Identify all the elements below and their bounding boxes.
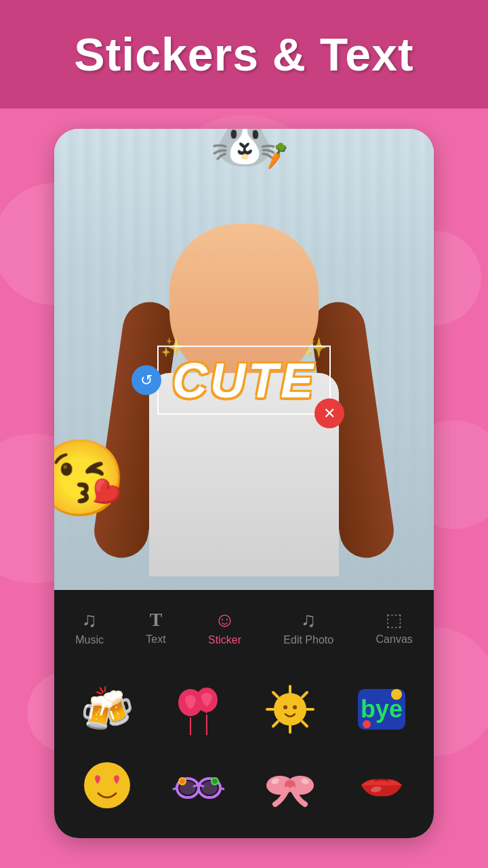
svg-line-36 bbox=[173, 788, 177, 789]
sticker-label: Sticker bbox=[208, 634, 241, 646]
canvas-icon: ⬚ bbox=[386, 610, 403, 631]
svg-point-26 bbox=[84, 762, 130, 808]
sticker-beer[interactable]: 🍻 bbox=[70, 675, 144, 743]
text-overlay-container[interactable]: ↺ CUTE ✕ bbox=[157, 346, 331, 415]
kiss-emoji-sticker[interactable]: 😘 bbox=[54, 435, 127, 522]
app-header: Stickers & Text bbox=[0, 0, 488, 108]
svg-point-21 bbox=[293, 705, 297, 709]
close-text-button[interactable]: ✕ bbox=[314, 399, 344, 429]
sticker-sun[interactable] bbox=[253, 675, 327, 743]
toolbar: ♫ Music T Text ☺ Sticker ♫ Edit Photo ⬚ … bbox=[54, 590, 434, 665]
svg-point-20 bbox=[283, 705, 287, 709]
sticker-bye[interactable]: bye bbox=[344, 675, 419, 743]
svg-line-18 bbox=[302, 692, 307, 697]
toolbar-item-sticker[interactable]: ☺ Sticker bbox=[208, 608, 241, 646]
sticker-panel: 🍻 bbox=[54, 665, 434, 838]
sticker-row-2 bbox=[61, 751, 427, 819]
svg-point-25 bbox=[363, 720, 371, 728]
music-icon: ♫ bbox=[82, 608, 98, 631]
sticker-icon: ☺ bbox=[214, 608, 235, 631]
toolbar-item-music[interactable]: ♫ Music bbox=[75, 608, 104, 646]
header-title: Stickers & Text bbox=[74, 28, 413, 81]
svg-line-19 bbox=[273, 722, 278, 726]
sticker-lips[interactable] bbox=[344, 751, 419, 819]
svg-point-24 bbox=[391, 689, 402, 700]
svg-point-33 bbox=[180, 778, 185, 784]
sticker-bow[interactable] bbox=[253, 751, 327, 819]
cute-text: CUTE bbox=[172, 353, 316, 408]
toolbar-item-edit-photo[interactable]: ♫ Edit Photo bbox=[283, 608, 333, 646]
sticker-heart-balloons[interactable] bbox=[161, 675, 236, 743]
text-label: Text bbox=[146, 633, 165, 646]
sticker-row-1: 🍻 bbox=[61, 675, 427, 743]
toolbar-item-text[interactable]: T Text bbox=[146, 609, 165, 646]
phone-mockup: 🐰 🥕 ✨ ✨ ↺ CUTE ✕ 😘 ♫ Music T Text ☺ Stic… bbox=[54, 129, 434, 838]
photo-canvas: 🐰 🥕 ✨ ✨ ↺ CUTE ✕ 😘 bbox=[54, 129, 434, 590]
svg-line-17 bbox=[302, 722, 307, 726]
rotate-handle[interactable]: ↺ bbox=[131, 366, 161, 395]
music-label: Music bbox=[75, 634, 104, 646]
canvas-label: Canvas bbox=[376, 633, 413, 646]
sticker-party-glasses[interactable] bbox=[161, 751, 236, 819]
edit-photo-icon: ♫ bbox=[301, 608, 317, 631]
sticker-heart-eyes[interactable] bbox=[70, 751, 144, 819]
svg-line-16 bbox=[273, 692, 278, 697]
svg-point-35 bbox=[212, 778, 218, 784]
text-icon: T bbox=[150, 609, 163, 631]
toolbar-item-canvas[interactable]: ⬚ Canvas bbox=[376, 610, 413, 646]
svg-line-37 bbox=[220, 788, 224, 789]
edit-photo-label: Edit Photo bbox=[283, 634, 333, 646]
